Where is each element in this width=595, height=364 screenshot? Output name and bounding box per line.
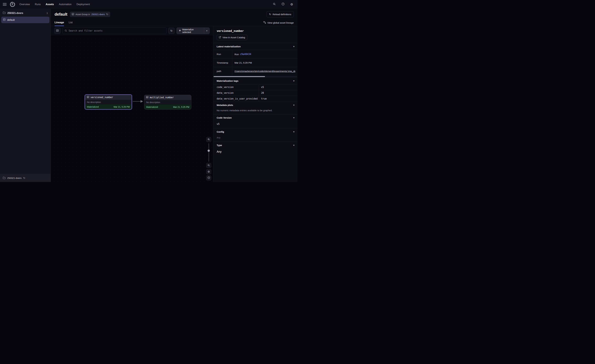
table-row: Timestamp Mar 21, 5:29 PM <box>213 59 298 67</box>
panel-asset-title: versioned_number <box>213 26 298 33</box>
view-global-lineage-link[interactable]: View global asset lineage <box>263 21 294 26</box>
zoom-in-button[interactable] <box>206 137 211 142</box>
row-key: Run <box>213 50 232 58</box>
table-icon <box>146 96 148 99</box>
content-body: ↻ Materialize selected ▾ <box>51 26 298 182</box>
section-title: Metadata plots <box>217 104 233 106</box>
refresh-graph-button[interactable]: ↻ <box>168 28 175 34</box>
badge-group-link[interactable]: 250321-dvers <box>92 13 105 16</box>
chevron-down-icon: ▾ <box>293 45 294 48</box>
latest-materialization-table: Run Run c9a40434 Timestamp Mar 21, 5:29 … <box>213 50 298 75</box>
table-row: data_version 20 <box>213 90 298 96</box>
chevron-down-icon: ▾ <box>293 144 294 146</box>
section-title: Materialization tags <box>217 79 238 82</box>
table-row: code_version v5 <box>213 84 298 90</box>
zoom-slider[interactable] <box>206 143 211 162</box>
sync-icon[interactable]: ↻ <box>106 13 108 16</box>
graph-settings-button[interactable]: ⚙ <box>206 169 211 174</box>
table-row: Run Run c9a40434 <box>213 50 298 59</box>
metadata-plots-empty-text: No numeric metadata entries available to… <box>213 108 298 114</box>
sidebar-item-default[interactable]: default <box>1 17 50 23</box>
horizontal-scrollbar[interactable] <box>213 76 298 77</box>
table-row: data_version_is_user_provided true <box>213 96 298 102</box>
asset-node-description: No description <box>144 100 191 105</box>
section-title: Config <box>217 130 224 133</box>
top-nav: Overview Runs Assets Automation Deployme… <box>0 0 298 9</box>
page-header: default Asset Group in 250321-dvers ↻ ↻ … <box>51 9 298 19</box>
toggle-sidebar-panel-button[interactable] <box>54 28 61 34</box>
table-icon <box>87 96 89 99</box>
row-value: v5 <box>259 84 298 90</box>
section-type[interactable]: Type ▾ <box>213 142 298 148</box>
help-button[interactable]: ? <box>280 1 286 7</box>
nav-item-automation[interactable]: Automation <box>59 3 72 6</box>
search-icon <box>64 29 67 32</box>
asset-search-input[interactable] <box>69 29 164 32</box>
sidebar-group-row[interactable]: 250321-dvers 1 <box>0 9 51 17</box>
section-config[interactable]: Config ▾ <box>213 128 298 135</box>
materialize-selected-button[interactable]: Materialize selected <box>177 28 204 34</box>
nav-item-assets[interactable]: Assets <box>46 3 54 6</box>
materialize-split-button: Materialize selected ▾ <box>177 28 210 34</box>
run-id-link[interactable]: c9a40434 <box>240 53 251 56</box>
row-key: Timestamp <box>213 59 232 67</box>
materialized-status: Materialized <box>87 106 99 108</box>
materialization-tags-table: code_version v5 data_version 20 data_ver… <box>213 84 298 102</box>
asset-group-badge[interactable]: Asset Group in 250321-dvers ↻ <box>70 12 110 17</box>
main-content: default Asset Group in 250321-dvers ↻ ↻ … <box>51 9 298 182</box>
badge-prefix: Asset Group in <box>76 13 90 16</box>
recenter-view-button[interactable] <box>206 175 211 181</box>
dagster-logo-icon[interactable] <box>9 1 16 7</box>
section-title: Type <box>217 144 222 147</box>
path-link[interactable]: /Users/smackesey/stm/code/elementl/exper… <box>234 70 295 72</box>
materialize-dropdown-button[interactable]: ▾ <box>204 28 210 34</box>
asset-node-status-bar: Materialized Mar 21, 5:29 PM <box>85 105 132 109</box>
section-code-version[interactable]: Code Version ▾ <box>213 114 298 121</box>
row-value: 20 <box>259 90 298 96</box>
lineage-canvas[interactable]: versioned_number No description Material… <box>51 35 213 182</box>
sync-icon[interactable]: ↻ <box>23 176 25 180</box>
asset-node-multiplied-number[interactable]: multiplied_number No description Materia… <box>144 95 191 110</box>
tab-lineage[interactable]: Lineage <box>55 21 64 26</box>
tabs-row: Lineage List View global asset lineage <box>51 19 298 26</box>
zoom-in-icon <box>207 138 210 141</box>
sidebar-footer-location[interactable]: 250321-dvers ↻ <box>0 174 51 182</box>
sidebar-group-count: 1 <box>47 12 48 14</box>
nav-item-runs[interactable]: Runs <box>35 3 41 6</box>
folder-icon <box>3 12 6 14</box>
asset-node-versioned-number[interactable]: versioned_number No description Material… <box>85 95 132 110</box>
tab-list[interactable]: List <box>69 21 72 26</box>
scrollbar-thumb[interactable] <box>213 76 265 77</box>
zoom-out-icon <box>207 164 210 167</box>
asset-groups-sidebar: 250321-dvers 1 default 250321-dvers ↻ <box>0 9 51 182</box>
external-link-icon <box>219 36 221 39</box>
view-in-asset-catalog-button[interactable]: View in Asset Catalog <box>217 35 247 40</box>
section-title: Latest materialization <box>217 45 241 48</box>
settings-button[interactable]: ⚙ <box>289 1 295 7</box>
row-value: Mar 21, 5:29 PM <box>232 59 298 67</box>
section-latest-materialization[interactable]: Latest materialization ▾ <box>213 43 298 50</box>
lineage-edge-arrow <box>132 99 144 104</box>
section-materialization-tags[interactable]: Materialization tags ▾ <box>213 77 298 84</box>
hamburger-menu-icon[interactable] <box>3 3 7 6</box>
row-value: true <box>259 96 298 102</box>
zoom-slider-handle[interactable] <box>208 149 210 152</box>
row-value: /Users/smackesey/stm/code/elementl/exper… <box>232 67 298 75</box>
type-value: Any <box>213 148 298 156</box>
nav-item-deployment[interactable]: Deployment <box>77 3 90 6</box>
panel-expand-icon <box>56 29 59 32</box>
reload-definitions-button[interactable]: ↻ Reload definitions <box>267 11 294 17</box>
nav-item-overview[interactable]: Overview <box>19 3 30 6</box>
materialized-timestamp: Mar 21, 5:29 PM <box>114 106 130 108</box>
zoom-out-button[interactable] <box>206 163 211 168</box>
table-row: path /Users/smackesey/stm/code/elementl/… <box>213 67 298 75</box>
section-metadata-plots[interactable]: Metadata plots ▾ <box>213 102 298 108</box>
row-key: path <box>213 67 232 75</box>
search-button[interactable] <box>271 1 277 7</box>
materialized-timestamp: Mar 21, 5:25 PM <box>173 106 190 108</box>
asset-search-box <box>62 28 166 34</box>
primary-nav: Overview Runs Assets Automation Deployme… <box>19 3 90 6</box>
run-value-prefix: Run <box>234 53 239 56</box>
asset-node-name: versioned_number <box>91 96 113 99</box>
zoom-controls: ⚙ <box>206 137 211 181</box>
